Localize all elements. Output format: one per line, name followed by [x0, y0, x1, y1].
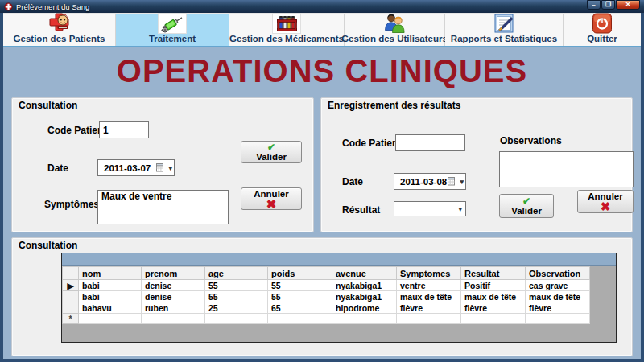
- dropdown-arrow-icon: ▾: [460, 178, 464, 186]
- report-pen-icon: [492, 13, 516, 34]
- date-label: Date: [342, 176, 363, 187]
- toolbar-button-gestion-utilisateurs[interactable]: Gestion des Utilisateurs: [345, 14, 445, 46]
- cell-age[interactable]: 55: [205, 280, 268, 291]
- cell-symptomes[interactable]: fièvre: [397, 302, 461, 314]
- cross-icon: ✖: [266, 199, 277, 209]
- cell-symptomes[interactable]: ventre: [397, 280, 461, 291]
- valider-button[interactable]: ✔ Valider: [241, 141, 302, 163]
- cell-avenue[interactable]: hipodrome: [332, 302, 397, 314]
- row-selector[interactable]: [63, 291, 79, 302]
- column-header-resultat[interactable]: Resultat: [461, 267, 526, 280]
- valider-button[interactable]: ✔ Valider: [499, 194, 554, 218]
- cell-resultat[interactable]: fièvre: [461, 302, 526, 314]
- date-value: 2011-03-08: [400, 177, 448, 187]
- syringe-icon: [158, 13, 187, 34]
- close-button[interactable]: ✕: [616, 0, 640, 10]
- row-selector[interactable]: [63, 302, 79, 314]
- cell-empty[interactable]: [79, 314, 142, 324]
- toolbar-button-gestion-medicaments[interactable]: Gestion des Médicaments: [229, 14, 345, 46]
- grid-corner-cell[interactable]: [63, 267, 79, 280]
- cell-prenom[interactable]: denise: [142, 291, 205, 302]
- maximize-button[interactable]: ❐: [601, 0, 615, 10]
- cell-resultat[interactable]: Positif: [461, 280, 526, 291]
- test-tube-rack-icon: [272, 13, 301, 34]
- column-header-poids[interactable]: poids: [268, 267, 332, 280]
- cell-avenue[interactable]: nyakabiga1: [332, 291, 397, 302]
- date-value: 2011-03-07: [104, 163, 156, 173]
- cell-observation[interactable]: fièvre: [526, 302, 590, 314]
- table-new-row[interactable]: *: [63, 314, 590, 324]
- toolbar-button-rapports-statistiques[interactable]: Rapports et Statistiques: [445, 14, 564, 46]
- toolbar-label: Gestion des Utilisateurs: [341, 34, 448, 44]
- cell-empty[interactable]: [526, 314, 590, 324]
- cell-poids[interactable]: 55: [268, 280, 332, 291]
- toolbar-label: Traitement: [149, 34, 196, 44]
- cell-empty[interactable]: [332, 314, 397, 324]
- consultation-groupbox: Consultation Code Patient ✔ Valider Date…: [11, 97, 314, 232]
- column-header-observation[interactable]: Observation: [526, 267, 590, 280]
- calendar-icon: [156, 163, 167, 172]
- toolbar-label: Rapports et Statistiques: [451, 34, 557, 44]
- app-icon: [4, 2, 13, 11]
- toolbar-button-traitement[interactable]: Traitement: [116, 14, 229, 46]
- resultat-combobox[interactable]: ▾: [394, 201, 466, 216]
- cell-nom[interactable]: babi: [79, 280, 142, 291]
- cell-empty[interactable]: [205, 314, 268, 324]
- check-icon: ✔: [267, 142, 275, 152]
- dropdown-arrow-icon: ▾: [168, 164, 172, 172]
- group-title: Consultation: [19, 100, 77, 111]
- cell-prenom[interactable]: denise: [142, 280, 205, 291]
- cell-empty[interactable]: [268, 314, 332, 324]
- cell-empty[interactable]: [142, 314, 205, 324]
- date-label: Date: [47, 162, 68, 174]
- symptomes-textarea[interactable]: Maux de ventre: [97, 190, 229, 224]
- observations-textarea[interactable]: [499, 151, 634, 187]
- titlebar: Prélèvement du Sang – ❐ ✕: [0, 0, 644, 13]
- column-header-age[interactable]: age: [205, 267, 268, 280]
- row-selector-current-icon[interactable]: ▶: [63, 280, 79, 291]
- calendar-icon: [448, 177, 458, 186]
- cell-empty[interactable]: [397, 314, 461, 324]
- cell-poids[interactable]: 65: [268, 302, 332, 314]
- valider-label: Valider: [511, 206, 542, 216]
- column-header-avenue[interactable]: avenue: [332, 267, 397, 280]
- cell-empty[interactable]: [461, 314, 526, 324]
- cell-nom[interactable]: bahavu: [79, 302, 142, 314]
- table-row[interactable]: ▶ babi denise 55 55 nyakabiga1 ventre Po…: [63, 280, 590, 291]
- resultat-label: Résultat: [342, 204, 380, 216]
- window-controls: – ❐ ✕: [587, 0, 640, 10]
- column-header-symptomes[interactable]: Symptomes: [397, 267, 461, 280]
- date-picker[interactable]: 2011-03-08 ▾: [394, 173, 466, 190]
- cell-prenom[interactable]: ruben: [142, 302, 205, 314]
- group-title: Consultation: [19, 240, 77, 251]
- column-header-prenom[interactable]: prenom: [142, 267, 205, 280]
- power-icon: [590, 13, 614, 34]
- toolbar: Gestion des Patients Traiteme: [3, 13, 641, 46]
- code-patient-input[interactable]: [395, 134, 465, 151]
- table-row[interactable]: babi denise 55 55 nyakabiga1 maux de têt…: [63, 291, 590, 302]
- resultats-groupbox: Enregistrement des résultats Code Patien…: [320, 97, 633, 232]
- toolbar-button-quitter[interactable]: Quitter: [564, 14, 641, 46]
- column-header-nom[interactable]: nom: [79, 267, 142, 280]
- cell-observation[interactable]: cas grave: [526, 280, 590, 291]
- new-row-marker-icon[interactable]: *: [63, 314, 79, 324]
- cell-avenue[interactable]: nyakabiga1: [332, 280, 397, 291]
- cell-age[interactable]: 55: [205, 291, 268, 302]
- cell-poids[interactable]: 55: [268, 291, 332, 302]
- toolbar-label: Gestion des Patients: [14, 34, 105, 44]
- table-row[interactable]: bahavu ruben 25 65 hipodrome fièvre fièv…: [63, 302, 590, 314]
- minimize-button[interactable]: –: [587, 0, 601, 10]
- cell-nom[interactable]: babi: [79, 291, 142, 302]
- date-picker[interactable]: 2011-03-07 ▾: [97, 159, 175, 176]
- cell-symptomes[interactable]: maux de tête: [397, 291, 461, 302]
- annuler-button[interactable]: Annuler ✖: [577, 190, 634, 213]
- symptomes-label: Symptômes: [44, 199, 99, 210]
- toolbar-button-gestion-patients[interactable]: Gestion des Patients: [3, 14, 116, 46]
- cell-resultat[interactable]: maux de tête: [461, 291, 526, 302]
- code-patient-input[interactable]: [99, 121, 149, 138]
- annuler-button[interactable]: Annuler ✖: [241, 187, 302, 210]
- window-title: Prélèvement du Sang: [16, 2, 89, 11]
- dropdown-arrow-icon: ▾: [458, 205, 462, 213]
- cell-age[interactable]: 25: [205, 302, 268, 314]
- cell-observation[interactable]: maux de tête: [526, 291, 590, 302]
